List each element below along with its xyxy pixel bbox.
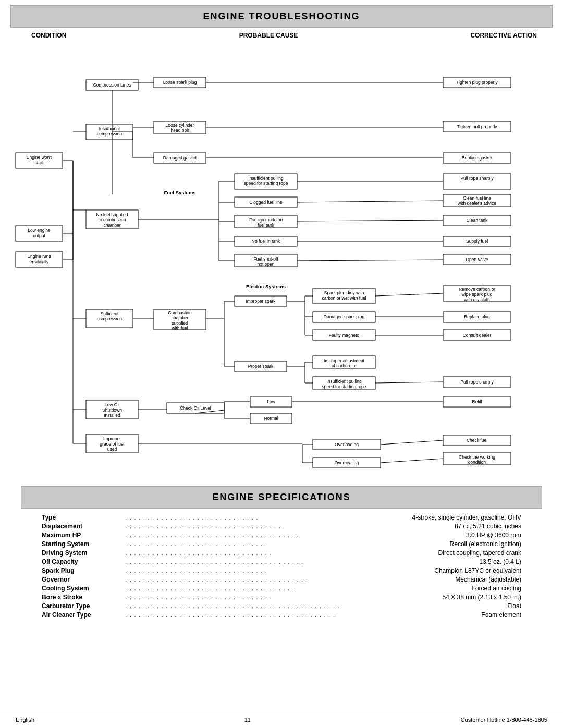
svg-text:Tighten bolt properly: Tighten bolt properly <box>457 124 497 129</box>
spec-dots: . . . . . . . . . . . . . . . . . . . . … <box>125 602 365 610</box>
svg-text:Overheating: Overheating <box>335 460 359 465</box>
svg-text:Installed: Installed <box>104 413 120 418</box>
svg-text:Normal: Normal <box>264 416 278 421</box>
spec-row: Type . . . . . . . . . . . . . . . . . .… <box>42 514 521 521</box>
svg-text:Clean fuel line: Clean fuel line <box>463 195 491 201</box>
probable-header: PROBABLE CAUSE <box>180 32 357 39</box>
spec-label: Driving System <box>42 549 125 557</box>
svg-text:chamber: chamber <box>171 315 188 320</box>
specs-header: ENGINE SPECIFICATIONS <box>21 486 542 509</box>
svg-text:condition: condition <box>468 460 486 465</box>
spec-value: Recoil (electronic ignition) <box>365 540 521 548</box>
svg-text:Low engine: Low engine <box>28 228 51 233</box>
svg-text:Damaged gasket: Damaged gasket <box>163 155 197 161</box>
spec-dots: . . . . . . . . . . . . . . . . . . . . … <box>125 532 365 539</box>
svg-text:Engine runs: Engine runs <box>27 254 51 259</box>
svg-text:Electric Systems: Electric Systems <box>246 283 286 289</box>
svg-text:Check Oil Level: Check Oil Level <box>180 405 211 411</box>
svg-text:Low Oil: Low Oil <box>105 402 119 408</box>
spec-row: Displacement . . . . . . . . . . . . . .… <box>42 523 521 530</box>
page: ENGINE TROUBLESHOOTING CONDITION PROBABL… <box>0 0 563 728</box>
spec-value: Mechanical (adjustable) <box>365 576 521 583</box>
svg-text:Replace plug: Replace plug <box>464 314 490 319</box>
spec-dots: . . . . . . . . . . . . . . . . . . . . … <box>125 523 365 530</box>
svg-text:Low: Low <box>267 399 275 404</box>
footer-hotline: Customer Hotline 1-800-445-1805 <box>461 717 547 723</box>
spec-value: Float <box>365 602 521 610</box>
svg-text:Sufficient: Sufficient <box>101 311 119 316</box>
svg-text:Insufficient pulling: Insufficient pulling <box>248 176 284 181</box>
spec-row: Governor . . . . . . . . . . . . . . . .… <box>42 576 521 583</box>
spec-dots: . . . . . . . . . . . . . . . . . . . . … <box>125 594 365 601</box>
svg-text:Improper: Improper <box>103 436 121 441</box>
footer-language: English <box>16 717 34 723</box>
svg-text:Loose spark plug: Loose spark plug <box>163 80 197 85</box>
svg-text:erratically: erratically <box>30 259 49 264</box>
svg-text:Consult dealer: Consult dealer <box>463 332 492 338</box>
spec-label: Maximum HP <box>42 532 125 539</box>
svg-text:Pull rope sharply: Pull rope sharply <box>460 379 494 385</box>
spec-dots: . . . . . . . . . . . . . . . . . . . . … <box>125 576 365 583</box>
column-headers: CONDITION PROBABLE CAUSE CORRECTIVE ACTI… <box>0 28 563 43</box>
spec-label: Spark Plug <box>42 567 125 574</box>
spec-label: Carburetor Type <box>42 602 125 610</box>
svg-text:carbon or wet with fuel: carbon or wet with fuel <box>322 295 366 301</box>
svg-text:Insufficient: Insufficient <box>99 126 120 131</box>
spec-label: Air Cleaner Type <box>42 611 125 619</box>
svg-text:supplied: supplied <box>172 320 188 326</box>
svg-text:Clean tank: Clean tank <box>467 218 488 223</box>
svg-line-140 <box>375 382 443 383</box>
svg-text:used: used <box>107 447 117 452</box>
svg-text:Shutdown: Shutdown <box>102 408 122 413</box>
corrective-header: CORRECTIVE ACTION <box>443 32 547 39</box>
spec-label: Displacement <box>42 523 125 530</box>
svg-text:Open valve: Open valve <box>466 257 488 262</box>
spec-row: Cooling System . . . . . . . . . . . . .… <box>42 585 521 592</box>
svg-text:compression: compression <box>97 316 122 322</box>
svg-text:Check fuel: Check fuel <box>467 438 487 443</box>
spec-dots: . . . . . . . . . . . . . . . . . . . . … <box>125 585 365 592</box>
spec-row: Carburetor Type . . . . . . . . . . . . … <box>42 602 521 610</box>
troubleshooting-header: ENGINE TROUBLESHOOTING <box>10 5 553 28</box>
spec-label: Governor <box>42 576 125 583</box>
svg-text:Damaged spark plug: Damaged spark plug <box>324 314 365 319</box>
spec-dots: . . . . . . . . . . . . . . . . . . . . … <box>125 514 365 521</box>
svg-text:Fuel Systems: Fuel Systems <box>164 190 195 195</box>
svg-text:with dry cloth: with dry cloth <box>463 297 490 302</box>
svg-text:Clogged fuel line: Clogged fuel line <box>249 200 283 205</box>
svg-line-131 <box>375 293 443 296</box>
page-number: 11 <box>34 717 461 723</box>
svg-line-76 <box>297 201 443 202</box>
spec-row: Spark Plug . . . . . . . . . . . . . . .… <box>42 567 521 574</box>
spec-label: Cooling System <box>42 585 125 592</box>
specs-table: Type . . . . . . . . . . . . . . . . . .… <box>10 509 553 625</box>
spec-row: Starting System . . . . . . . . . . . . … <box>42 540 521 548</box>
svg-text:speed for starting rope: speed for starting rope <box>243 181 288 186</box>
spec-row: Driving System . . . . . . . . . . . . .… <box>42 549 521 557</box>
svg-text:with dealer's advice: with dealer's advice <box>457 201 496 206</box>
svg-text:chamber: chamber <box>103 223 120 228</box>
svg-text:Combustion: Combustion <box>168 310 192 315</box>
svg-text:speed for starting rope: speed for starting rope <box>322 384 366 389</box>
svg-text:Foreign matter in: Foreign matter in <box>249 217 283 223</box>
spec-value: 4-stroke, single cylinder, gasoline, OHV <box>365 514 521 521</box>
svg-line-178 <box>381 459 443 463</box>
svg-text:start: start <box>35 160 44 165</box>
spec-dots: . . . . . . . . . . . . . . . . . . . . … <box>125 549 365 557</box>
svg-text:of carburetor: of carburetor <box>332 363 357 368</box>
svg-text:Insufficient pulling: Insufficient pulling <box>326 379 362 384</box>
flowchart: Engine won't start Low engine output Eng… <box>10 48 553 476</box>
svg-text:Proper spark: Proper spark <box>248 364 274 369</box>
spec-label: Starting System <box>42 540 125 548</box>
spec-row: Air Cleaner Type . . . . . . . . . . . .… <box>42 611 521 619</box>
svg-text:No fuel in tank: No fuel in tank <box>252 239 280 244</box>
svg-text:Supply fuel: Supply fuel <box>466 239 488 244</box>
footer: English 11 Customer Hotline 1-800-445-18… <box>0 711 563 728</box>
condition-header: CONDITION <box>31 32 94 39</box>
spec-dots: . . . . . . . . . . . . . . . . . . . . … <box>125 540 365 548</box>
svg-text:Engine won't: Engine won't <box>27 155 52 160</box>
svg-line-79 <box>297 220 443 221</box>
spec-value: 13.5 oz. (0.4 L) <box>365 558 521 565</box>
svg-text:fuel tank: fuel tank <box>258 223 275 228</box>
spec-dots: . . . . . . . . . . . . . . . . . . . . … <box>125 567 365 574</box>
